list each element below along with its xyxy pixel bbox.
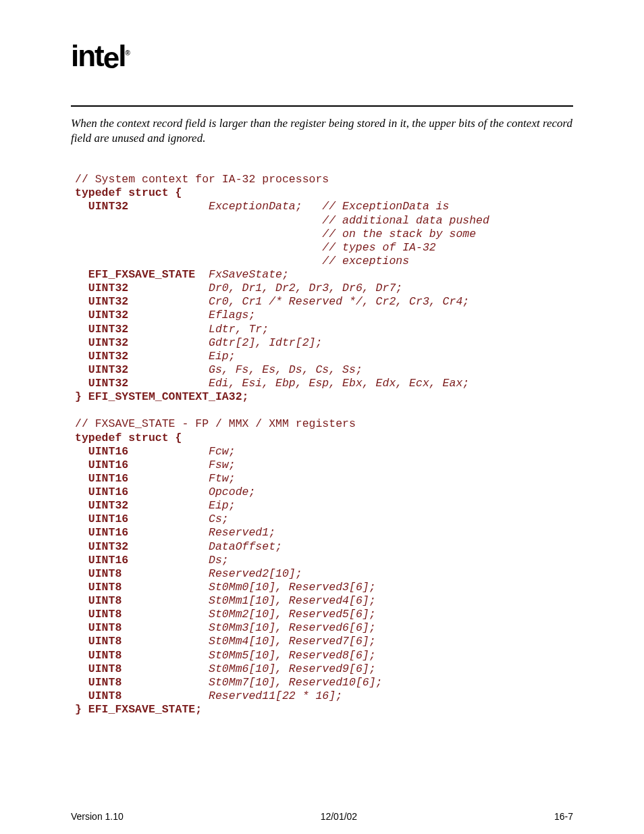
intel-logo: intel® [71, 39, 573, 73]
page-footer: Version 1.10 12/01/02 16-7 [71, 811, 573, 822]
code-listing: // System context for IA-32 processorsty… [75, 173, 573, 716]
document-page: intel® When the context record field is … [0, 0, 644, 834]
divider [71, 105, 573, 107]
intro-paragraph: When the context record field is larger … [71, 116, 573, 146]
footer-date: 12/01/02 [321, 811, 358, 822]
footer-page: 16-7 [554, 811, 573, 822]
footer-version: Version 1.10 [71, 811, 124, 822]
